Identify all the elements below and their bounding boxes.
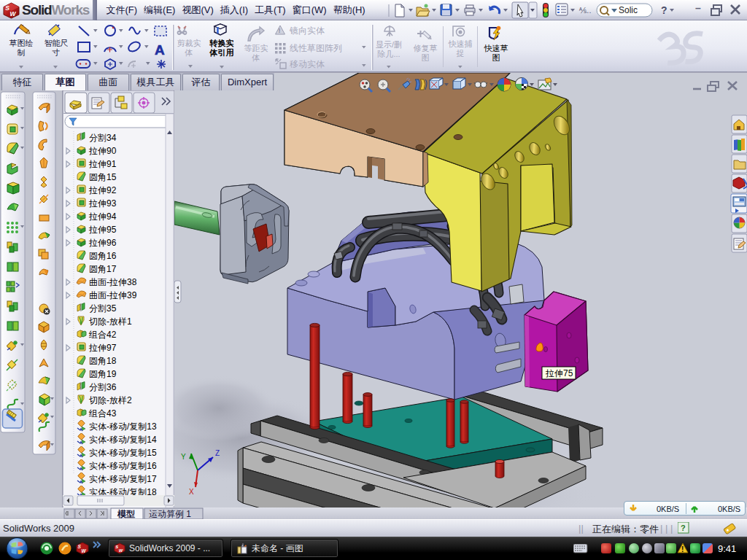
svg-text:?: ? [681, 524, 686, 532]
svg-text:分割36: 分割36 [89, 382, 117, 392]
svg-text:拉伸91: 拉伸91 [88, 159, 117, 169]
svg-text:运动算例 1: 运动算例 1 [149, 509, 191, 519]
svg-text:分割34: 分割34 [89, 133, 117, 143]
svg-text:实体-移动/复制16: 实体-移动/复制16 [89, 461, 157, 471]
svg-text:拉伸92: 拉伸92 [88, 185, 117, 195]
svg-text:W: W [119, 548, 123, 553]
svg-text:拉伸95: 拉伸95 [88, 225, 117, 235]
svg-text:!: ! [279, 27, 281, 34]
svg-text:圆角17: 圆角17 [89, 264, 117, 274]
svg-text:圆角15: 圆角15 [89, 172, 117, 182]
svg-text:模型: 模型 [117, 509, 135, 519]
svg-text:拉伸96: 拉伸96 [88, 238, 117, 248]
svg-text:拉伸90: 拉伸90 [88, 146, 117, 156]
svg-text:切除-放样1: 切除-放样1 [88, 316, 132, 327]
svg-text:圆角18: 圆角18 [89, 356, 117, 366]
svg-text:圆角16: 圆角16 [89, 251, 117, 261]
svg-text:Y: Y [181, 453, 186, 461]
svg-text:S: S [115, 545, 118, 549]
svg-text:X: X [189, 488, 194, 496]
svg-text:拉伸75: 拉伸75 [545, 368, 573, 378]
svg-text:曲面-拉伸39: 曲面-拉伸39 [89, 290, 137, 300]
svg-text:W: W [82, 548, 87, 553]
svg-text:A: A [155, 42, 165, 58]
svg-text:分割35: 分割35 [89, 303, 117, 314]
svg-text:圆角19: 圆角19 [89, 369, 117, 379]
svg-text:拉伸97: 拉伸97 [88, 343, 117, 353]
svg-text:拉伸93: 拉伸93 [88, 198, 117, 209]
svg-text:!: ! [681, 545, 684, 553]
svg-text:实体-移动/复制15: 实体-移动/复制15 [89, 448, 157, 458]
svg-text:曲面-拉伸38: 曲面-拉伸38 [89, 277, 137, 287]
svg-text:实体-移动/复制14: 实体-移动/复制14 [89, 435, 157, 445]
svg-text:组合43: 组合43 [88, 408, 117, 419]
svg-text:组合42: 组合42 [88, 330, 117, 340]
svg-text:实体-移动/复制13: 实体-移动/复制13 [89, 421, 157, 432]
svg-text:拉伸94: 拉伸94 [88, 211, 117, 222]
svg-text:实体-移动/复制17: 实体-移动/复制17 [89, 474, 157, 484]
svg-text:Z: Z [215, 449, 220, 457]
svg-text:切除-放样2: 切除-放样2 [88, 395, 132, 405]
